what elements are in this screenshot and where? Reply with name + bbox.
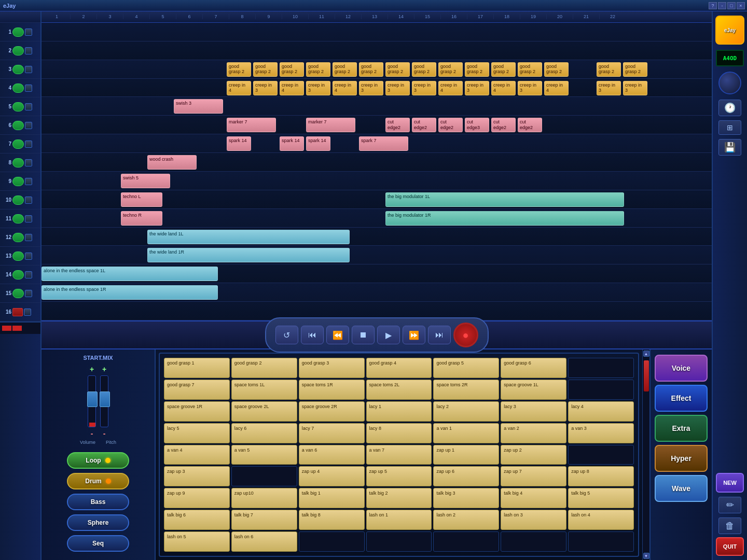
track-mute-14[interactable] [12, 270, 24, 279]
sample-empty-3[interactable] [568, 445, 634, 465]
sample-lacy-2[interactable]: lacy 2 [433, 401, 499, 422]
sample-talk-big-7[interactable]: talk big 7 [231, 510, 297, 530]
clip-marker-7-2[interactable]: marker 7 [306, 118, 355, 132]
sample-space-groove-1l[interactable]: space groove 1L [501, 380, 566, 400]
clip-spark-14-2[interactable]: spark 14 [280, 136, 304, 151]
transport-record-button[interactable]: ● [453, 323, 478, 347]
clip-techno-l[interactable]: techno L [121, 192, 162, 207]
sample-a-van-3[interactable]: a van 3 [568, 423, 634, 443]
maximize-button[interactable]: □ [727, 2, 736, 9]
delete-button[interactable]: 🗑 [718, 517, 741, 534]
track-lane-12[interactable]: the wide land 1L [42, 228, 712, 246]
track-lane-13[interactable]: the wide land 1R [42, 246, 712, 264]
minimize-button[interactable]: - [718, 2, 726, 9]
transport-fastforward-button[interactable]: ⏩ [403, 326, 425, 344]
clip-good-grasp-2-4[interactable]: good grasp 2 [306, 62, 330, 77]
track-mute-5[interactable] [12, 102, 24, 111]
sample-lacy-5[interactable]: lacy 5 [164, 423, 230, 443]
bass-button[interactable]: Bass [67, 494, 129, 510]
track-solo-12[interactable] [25, 234, 32, 241]
sample-good-grasp-4[interactable]: good grasp 4 [366, 358, 432, 378]
category-wave-button[interactable]: Wave [655, 475, 708, 502]
sample-empty-5[interactable] [299, 531, 365, 552]
clip-wide-land-1l[interactable]: the wide land 1L [147, 230, 350, 244]
clip-alone-1r[interactable]: alone in the endless space 1R [42, 285, 218, 300]
sample-empty-4[interactable] [231, 466, 297, 486]
track-lane-11[interactable]: techno R the big modulator 1R [42, 209, 712, 228]
sample-a-van-1[interactable]: a van 1 [433, 423, 499, 443]
sample-good-grasp-6[interactable]: good grasp 6 [501, 358, 566, 378]
track-solo-16[interactable] [24, 309, 31, 316]
transport-rewind-button[interactable]: ⏪ [326, 326, 349, 344]
clip-good-grasp-2-6[interactable]: good grasp 2 [359, 62, 383, 77]
sample-good-grasp-5[interactable]: good grasp 5 [433, 358, 499, 378]
track-solo-1[interactable] [25, 29, 32, 36]
new-button[interactable]: NEW [716, 473, 744, 493]
quit-button[interactable]: QUIT [716, 537, 744, 556]
clip-creep-13[interactable]: creep in 4 [544, 81, 569, 95]
track-solo-3[interactable] [25, 66, 32, 73]
track-mute-15[interactable] [12, 289, 24, 298]
clip-creep-2[interactable]: creep in 3 [253, 81, 278, 95]
category-voice-button[interactable]: Voice [655, 355, 708, 382]
sample-a-van-5[interactable]: a van 5 [231, 445, 297, 465]
track-solo-6[interactable] [25, 122, 32, 129]
clip-good-grasp-2-15[interactable]: good grasp 2 [623, 62, 647, 77]
track-solo-2[interactable] [25, 47, 32, 54]
track-lane-5[interactable]: swish 3 [42, 97, 712, 116]
track-lane-3[interactable]: good grasp 2 good grasp 2 good grasp 2 g… [42, 60, 712, 79]
clip-creep-15[interactable]: creep in 3 [623, 81, 647, 95]
transport-play-button[interactable]: ▶ [377, 326, 400, 344]
clip-wood-crash[interactable]: wood crash [147, 155, 197, 170]
transport-loop-button[interactable]: ↺ [275, 326, 298, 344]
sample-talk-big-4[interactable]: talk big 4 [501, 488, 566, 508]
track-mute-16[interactable] [12, 308, 23, 316]
clip-swish-3[interactable]: swish 3 [174, 99, 223, 114]
clip-cut-edge2-4[interactable]: cut edge2 [491, 118, 516, 132]
clip-good-grasp-2-13[interactable]: good grasp 2 [544, 62, 569, 77]
category-hyper-button[interactable]: Hyper [655, 445, 708, 472]
sample-empty-1[interactable] [568, 358, 634, 378]
transport-start-button[interactable]: ⏮ [301, 326, 324, 344]
clock-button[interactable]: 🕐 [718, 100, 741, 116]
clip-creep-12[interactable]: creep in 3 [518, 81, 542, 95]
clip-good-grasp-2-11[interactable]: good grasp 2 [491, 62, 516, 77]
clip-good-grasp-2-2[interactable]: good grasp 2 [253, 62, 278, 77]
clip-creep-9[interactable]: creep in 4 [438, 81, 463, 95]
pitch-handle[interactable] [100, 391, 110, 407]
edit-button[interactable]: ✏ [718, 497, 741, 513]
sample-lash-on-4[interactable]: lash on 4 [568, 510, 634, 530]
loop-button[interactable]: Loop [67, 452, 129, 469]
track-lane-1[interactable] [42, 23, 712, 41]
sample-good-grasp-2[interactable]: good grasp 2 [231, 358, 297, 378]
clip-big-mod-1r[interactable]: the big modulator 1R [385, 211, 624, 226]
clip-big-mod-1l[interactable]: the big modulator 1L [385, 192, 624, 207]
clip-creep-8[interactable]: creep in 3 [412, 81, 436, 95]
track-lane-9[interactable]: swish 5 [42, 172, 712, 190]
track-solo-13[interactable] [25, 253, 32, 260]
clip-good-grasp-2-7[interactable]: good grasp 2 [385, 62, 410, 77]
track-mute-6[interactable] [12, 121, 24, 130]
track-mute-13[interactable] [12, 251, 24, 261]
sample-space-toms-1r[interactable]: space toms 1R [299, 380, 365, 400]
transport-end-button[interactable]: ⏭ [428, 326, 451, 344]
track-solo-7[interactable] [25, 141, 32, 148]
sample-empty-9[interactable] [568, 531, 634, 552]
sample-space-groove-2r[interactable]: space groove 2R [299, 401, 365, 422]
track-lane-6[interactable]: marker 7 marker 7 cut edge2 cut edge2 cu… [42, 116, 712, 134]
clip-spark-14-1[interactable]: spark 14 [227, 136, 251, 151]
track-mute-1[interactable] [12, 27, 24, 37]
sample-lash-on-5[interactable]: lash on 5 [164, 531, 230, 552]
master-knob[interactable] [718, 72, 741, 94]
clip-good-grasp-2-14[interactable]: good grasp 2 [597, 62, 621, 77]
track-solo-4[interactable] [25, 85, 32, 92]
sample-lacy-7[interactable]: lacy 7 [299, 423, 365, 443]
clip-good-grasp-2-9[interactable]: good grasp 2 [438, 62, 463, 77]
sample-lacy-8[interactable]: lacy 8 [366, 423, 432, 443]
sample-zap-up-9[interactable]: zap up 9 [164, 488, 230, 508]
clip-creep-3[interactable]: creep in 4 [280, 81, 304, 95]
sample-zap-up-6[interactable]: zap up 6 [433, 466, 499, 486]
save-button[interactable]: 💾 [718, 139, 741, 156]
track-lane-15[interactable]: alone in the endless space 1R [42, 283, 712, 302]
track-solo-5[interactable] [25, 103, 32, 110]
